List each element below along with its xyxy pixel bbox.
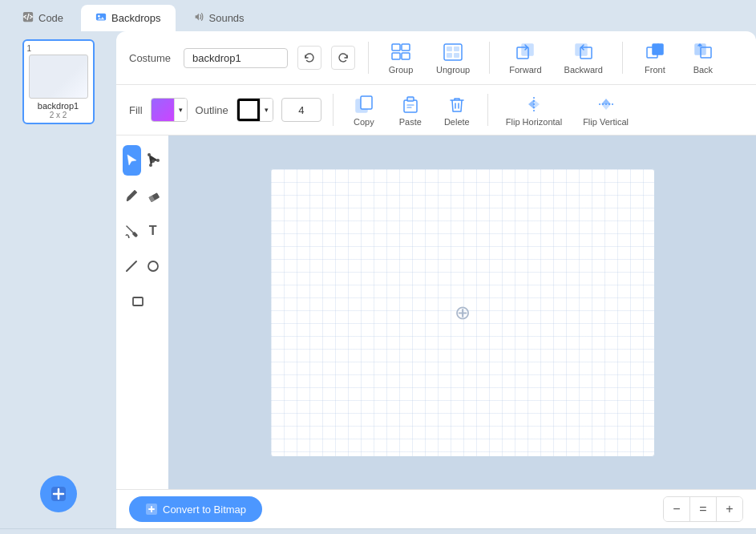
canvas-area: ⊕ — [168, 136, 756, 489]
back-icon — [693, 41, 713, 63]
toolbar-second: Fill ▾ Outline ▾ Copy — [116, 85, 756, 136]
svg-rect-8 — [402, 53, 410, 59]
svg-rect-23 — [361, 96, 372, 109]
back-label: Back — [693, 65, 713, 75]
rotate-left-button[interactable] — [297, 46, 321, 70]
svg-rect-5 — [392, 44, 400, 51]
line-icon — [124, 259, 139, 273]
svg-rect-7 — [392, 53, 400, 59]
front-label: Front — [645, 65, 665, 75]
backward-button[interactable]: Backward — [558, 38, 609, 78]
line-tool-button[interactable] — [123, 251, 141, 281]
outline-width-input[interactable] — [281, 98, 321, 122]
separator-del — [487, 94, 488, 126]
backdrop-thumbnail[interactable]: 1 backdrop1 2 x 2 — [22, 39, 95, 124]
tab-bar: Code Backdrops Sounds — [0, 0, 756, 31]
brush-tool-button[interactable] — [123, 180, 141, 211]
tab-backdrops[interactable]: Backdrops — [81, 5, 175, 31]
rect-icon — [131, 294, 145, 309]
add-icon — [51, 486, 67, 502]
tab-code[interactable]: Code — [8, 5, 78, 31]
outline-color-picker[interactable]: ▾ — [237, 98, 273, 122]
outline-dropdown-arrow: ▾ — [260, 99, 273, 121]
tool-row-4 — [123, 251, 162, 281]
tab-sounds-label: Sounds — [209, 12, 245, 24]
canvas-crosshair: ⊕ — [455, 301, 471, 324]
group-button[interactable]: Group — [382, 38, 420, 78]
select-tool-button[interactable] — [123, 145, 141, 176]
toolbar-top: Costume — [116, 31, 756, 85]
backpack-bar: Backpack — [0, 528, 756, 534]
svg-rect-4 — [55, 496, 63, 497]
rotate-right-icon — [337, 51, 350, 64]
svg-rect-12 — [447, 53, 452, 58]
text-tool-button[interactable]: T — [144, 216, 163, 246]
flip-horizontal-button[interactable]: Flip Horizontal — [499, 90, 568, 130]
svg-rect-17 — [576, 44, 587, 55]
flip-vertical-button[interactable]: Flip Vertical — [576, 90, 635, 130]
delete-button[interactable]: Delete — [438, 90, 476, 130]
convert-to-bitmap-button[interactable]: Convert to Bitmap — [129, 496, 262, 522]
tool-row-5 — [123, 286, 162, 317]
delete-label: Delete — [444, 117, 470, 127]
tools-canvas-area: T — [116, 136, 756, 489]
main-container: 1 backdrop1 2 x 2 Costume — [0, 31, 756, 528]
svg-rect-24 — [404, 100, 417, 112]
reshape-tool-button[interactable] — [144, 145, 163, 176]
fill-color-picker[interactable]: ▾ — [151, 98, 188, 122]
fill-dropdown-arrow: ▾ — [174, 99, 187, 121]
svg-rect-9 — [444, 44, 462, 60]
zoom-reset-button[interactable]: = — [690, 497, 716, 521]
tool-row-2 — [123, 180, 162, 211]
fill-icon — [124, 224, 139, 238]
select-icon — [124, 153, 139, 168]
paste-button[interactable]: Paste — [391, 90, 430, 130]
zoom-out-button[interactable]: − — [664, 497, 689, 521]
backdrops-icon — [95, 11, 107, 25]
front-icon — [645, 41, 665, 63]
eraser-tool-button[interactable] — [144, 180, 163, 211]
text-icon: T — [149, 224, 157, 238]
separator-1 — [368, 42, 369, 74]
backdrop-size: 2 x 2 — [50, 111, 67, 119]
copy-button[interactable]: Copy — [345, 90, 383, 130]
add-backdrop-button[interactable] — [40, 475, 77, 512]
backdrop-number: 1 — [27, 44, 32, 53]
tab-backdrops-label: Backdrops — [111, 12, 160, 24]
fill-color-swatch — [152, 99, 174, 121]
tab-sounds[interactable]: Sounds — [179, 5, 259, 31]
code-icon — [22, 11, 34, 25]
delete-icon — [447, 93, 467, 115]
svg-point-27 — [156, 159, 160, 162]
forward-icon — [515, 41, 535, 63]
canvas-drawing-area[interactable]: ⊕ — [270, 168, 655, 457]
convert-icon — [145, 503, 158, 516]
svg-rect-10 — [447, 47, 452, 51]
ungroup-label: Ungroup — [436, 65, 470, 75]
sounds-icon — [193, 11, 204, 25]
svg-point-2 — [98, 15, 100, 18]
front-button[interactable]: Front — [636, 38, 674, 78]
thumb-canvas-area — [29, 55, 88, 99]
costume-name-input[interactable] — [184, 48, 288, 68]
copy-label: Copy — [354, 117, 374, 127]
circle-icon — [146, 259, 160, 273]
back-button[interactable]: Back — [684, 38, 722, 78]
svg-rect-15 — [522, 44, 533, 55]
fill-tool-button[interactable] — [123, 216, 141, 246]
zoom-in-button[interactable]: + — [717, 497, 742, 521]
ungroup-button[interactable]: Ungroup — [430, 38, 476, 78]
flip-vertical-icon — [596, 93, 617, 115]
flip-v-label: Flip Vertical — [583, 117, 629, 127]
circle-tool-button[interactable] — [144, 251, 163, 281]
tab-code-label: Code — [38, 12, 63, 24]
zoom-minus-icon: − — [673, 502, 680, 516]
svg-point-26 — [148, 153, 151, 156]
tool-row-1 — [123, 145, 162, 176]
rotate-right-button[interactable] — [331, 46, 355, 70]
svg-rect-11 — [454, 47, 459, 51]
zoom-controls: − = + — [663, 496, 743, 522]
forward-button[interactable]: Forward — [503, 38, 548, 78]
rect-tool-button[interactable] — [123, 286, 153, 317]
editor-area: Costume — [116, 31, 756, 528]
